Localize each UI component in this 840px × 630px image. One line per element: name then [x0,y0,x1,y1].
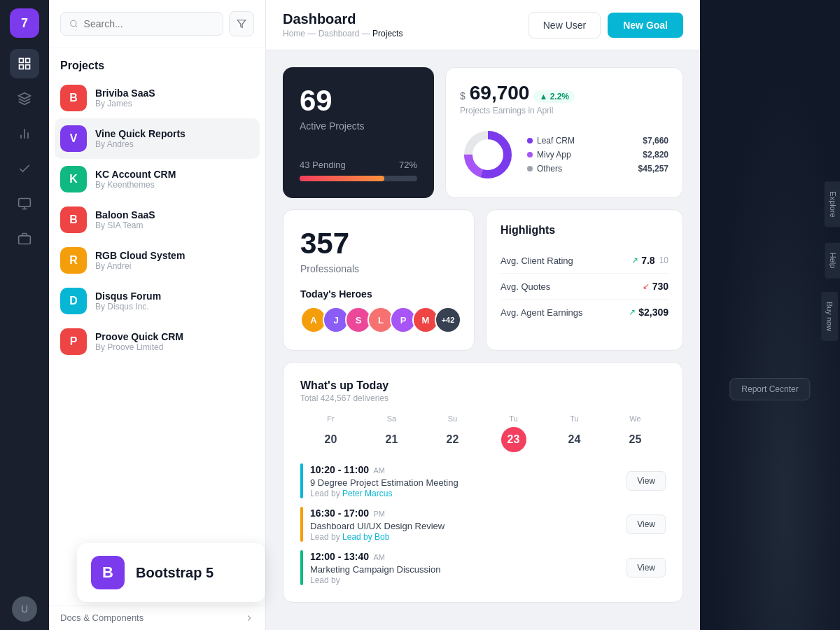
highlight-sub: 10 [659,255,668,265]
project-info: RGB Cloud System By Andrei [95,250,185,271]
sidebar-icon-grid[interactable] [10,49,39,78]
day-label: Tu [544,414,605,423]
highlights-title: Highlights [500,224,668,237]
event-item: 16:30 - 17:00 PM Dashboard UI/UX Design … [300,507,666,542]
sidebar-icon-layers[interactable] [10,84,39,113]
project-info: Briviba SaaS By James [95,88,155,108]
day-num: 20 [318,427,344,452]
svg-rect-11 [19,236,31,244]
day-label: Tu [483,414,544,423]
sidebar-icon-barchart[interactable] [10,119,39,148]
legend-val-2: $45,257 [638,164,668,174]
highlight-row: Avg. Client Rating ↗ 7.8 10 [500,248,668,274]
project-item[interactable]: B Briviba SaaS By James [55,78,260,118]
project-name: RGB Cloud System [95,250,185,261]
project-name: Briviba SaaS [95,88,155,99]
earnings-top: $ 69,700 ▲ 2.2% [460,82,668,104]
event-lead-link[interactable]: Peter Marcus [342,489,392,498]
calendar-header: What's up Today Total 424,567 deliveries [300,379,666,403]
day-col[interactable]: Tu 23 [483,414,544,452]
highlight-val: $2,309 [638,307,668,318]
event-view-button[interactable]: View [626,558,666,578]
day-num: 25 [623,427,648,452]
day-col[interactable]: Su 22 [422,414,483,452]
project-item[interactable]: K KC Account CRM By Keenthemes [55,159,260,200]
days-row: Fr 20 Sa 21 Su 22 Tu 23 Tu 24 We 25 [300,414,666,452]
bootstrap-icon: B [91,556,125,589]
earnings-amount: 69,700 [470,82,530,104]
page-title: Dashboard [283,11,402,27]
day-num: 22 [440,427,465,452]
event-item: 10:20 - 11:00 AM 9 Degree Project Estima… [300,463,666,498]
day-col[interactable]: Tu 24 [544,414,605,452]
project-name: Disqus Forum [95,290,161,302]
project-by: By SIA Team [95,220,155,230]
highlight-row: Avg. Quotes ↙ 730 [500,274,668,300]
day-col[interactable]: Fr 20 [300,414,361,452]
buynow-tab[interactable]: Buy now [821,292,838,341]
highlight-name: Avg. Agent Earnings [500,307,583,318]
event-details: 16:30 - 17:00 PM Dashboard UI/UX Design … [310,507,620,542]
docs-label: Docs & Components [60,612,144,623]
mid-row: 357 Professionals Today's Heroes AJSLPM+… [283,209,683,351]
legend-items: Leaf CRM Mivy App Others [527,136,627,174]
project-item[interactable]: P Proove Quick CRM By Proove Limited [55,321,260,362]
day-num: 23 [501,427,526,452]
highlight-val: 730 [652,281,668,292]
search-input-wrap[interactable] [60,12,223,36]
project-item[interactable]: R RGB Cloud System By Andrei [55,240,260,281]
highlight-name: Avg. Client Rating [500,255,573,266]
svg-rect-0 [20,59,24,63]
event-time-row: 10:20 - 11:00 AM [310,463,620,476]
donut-row: Leaf CRM Mivy App Others $7,660 $2,820 $… [460,127,668,183]
event-bar [300,507,303,542]
earnings-subtitle: Projects Earnings in April [460,106,668,115]
day-col[interactable]: Sa 21 [361,414,422,452]
project-item[interactable]: D Disqus Forum By Disqus Inc. [55,281,260,321]
hero-avatars-more: +42 [435,307,461,333]
event-bar [300,550,303,585]
heroes-section: Today's Heroes AJSLPM+42 [300,288,457,333]
event-time: 10:20 - 11:00 [310,464,369,475]
sidebar-icon-stack[interactable] [10,189,39,218]
breadcrumb-active: Projects [372,29,402,38]
sidebar-icon-briefcase[interactable] [10,224,39,253]
event-lead: Lead by [310,575,620,585]
project-info: Vine Quick Reports By Andres [95,128,186,149]
right-sidebar: Explore Help Buy now Report Cecnter [700,0,840,630]
highlight-val-row: ↗ 7.8 10 [631,255,668,266]
event-details: 12:00 - 13:40 AM Marketing Campaign Disc… [310,550,620,585]
trend-icon: ↙ [643,281,650,291]
search-bar-area [49,0,265,48]
new-user-button[interactable]: New User [528,12,601,38]
filter-button[interactable] [229,11,254,36]
sidebar-icon-check[interactable] [10,154,39,183]
event-view-button[interactable]: View [626,471,666,491]
project-icon: B [60,85,87,111]
event-lead-link[interactable]: Lead by Bob [342,532,389,542]
whatsup-subtitle: Total 424,567 deliveries [300,393,388,403]
user-number-badge[interactable]: 7 [10,8,39,38]
user-avatar[interactable]: U [12,596,37,622]
pending-row: 43 Pending 72% [300,160,417,170]
breadcrumb: Home — Dashboard — Projects [283,29,402,38]
project-by: By Andrei [95,261,185,271]
project-item[interactable]: B Baloon SaaS By SIA Team [55,200,260,240]
help-tab[interactable]: Help [825,243,840,279]
heroes-label: Today's Heroes [300,288,457,300]
event-details: 10:20 - 11:00 AM 9 Degree Project Estima… [310,463,620,498]
explore-tab[interactable]: Explore [824,181,840,227]
search-input[interactable] [84,18,214,29]
prof-count: 357 [300,227,457,260]
day-col[interactable]: We 25 [605,414,666,452]
card-highlights: Highlights Avg. Client Rating ↗ 7.8 10 A… [486,209,683,351]
bootstrap-card: B Bootstrap 5 [77,543,265,602]
report-center-button[interactable]: Report Cecnter [729,378,810,400]
event-time-row: 12:00 - 13:40 AM [310,550,620,563]
event-view-button[interactable]: View [626,514,666,534]
content-area: 69 Active Projects 43 Pending 72% $ 69,7… [266,50,700,630]
project-item[interactable]: V Vine Quick Reports By Andres [55,118,260,159]
progress-pct: 72% [399,160,417,170]
legend-others: Others [537,164,562,174]
new-goal-button[interactable]: New Goal [608,13,683,38]
